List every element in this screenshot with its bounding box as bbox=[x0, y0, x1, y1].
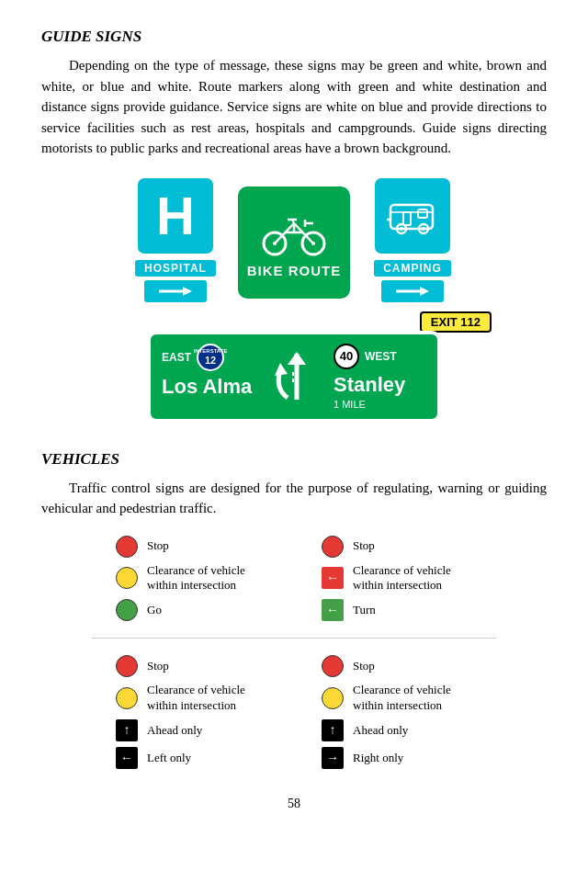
tl-group-4: Stop Clearance of vehicle within interse… bbox=[322, 655, 472, 769]
svg-marker-1 bbox=[183, 287, 192, 296]
red-light-1 bbox=[116, 536, 138, 558]
hospital-arrow bbox=[144, 280, 207, 302]
tl-row-stop-3: Stop bbox=[116, 655, 266, 677]
exit-badge: EXIT 112 bbox=[420, 311, 492, 333]
hospital-box: H bbox=[135, 175, 216, 256]
directional-arrows-icon bbox=[262, 345, 326, 409]
vehicles-body: Traffic control signs are designed for t… bbox=[41, 478, 547, 519]
guide-signs-body: Depending on the type of message, these … bbox=[41, 55, 547, 159]
tl-row-stop-4: Stop bbox=[322, 655, 472, 677]
hospital-sign: H HOSPITAL bbox=[135, 175, 216, 302]
up-arrow-4: ↑ bbox=[322, 719, 344, 741]
tl-row-left-3: ← Left only bbox=[116, 747, 266, 769]
yellow-light-3 bbox=[116, 687, 138, 709]
tl-row-clearance-4: Clearance of vehicle within intersection bbox=[322, 683, 472, 714]
tl-label-left-3: Left only bbox=[147, 751, 191, 766]
svg-point-12 bbox=[273, 242, 277, 245]
yellow-light-4 bbox=[322, 687, 344, 709]
tl-label-ahead-3: Ahead only bbox=[147, 723, 202, 739]
guide-signs-title: GUIDE SIGNS bbox=[41, 28, 547, 46]
dest-right-sub: 1 MILE bbox=[334, 399, 426, 410]
yellow-light-1 bbox=[116, 567, 138, 589]
page-number: 58 bbox=[41, 797, 547, 811]
tl-row-right-4: → Right only bbox=[322, 747, 472, 769]
bike-route-sign: BIKE ROUTE bbox=[234, 183, 354, 302]
tl-label-go-1: Go bbox=[147, 603, 162, 618]
tl-label-stop-3: Stop bbox=[147, 659, 169, 674]
right-arrow-4: → bbox=[322, 747, 344, 769]
up-arrow-3: ↑ bbox=[116, 719, 138, 741]
tl-group-2: Stop ← Clearance of vehicle within inter… bbox=[322, 536, 472, 622]
tl-row-clearance-2: ← Clearance of vehicle within intersecti… bbox=[322, 563, 472, 594]
svg-point-21 bbox=[422, 227, 425, 231]
hw-left-dest: EAST INTERSTATE 12 Los Alma bbox=[162, 344, 254, 410]
tl-row-stop-1: Stop bbox=[116, 536, 266, 558]
hw-right-dest: 40 WEST Stanley 1 MILE bbox=[334, 344, 426, 410]
svg-point-13 bbox=[311, 242, 315, 245]
vehicles-title: VEHICLES bbox=[41, 450, 547, 469]
right-arrow-icon-2 bbox=[394, 284, 431, 299]
tl-row-stop-2: Stop bbox=[322, 536, 472, 558]
hw-arrows bbox=[262, 344, 326, 410]
tl-label-ahead-4: Ahead only bbox=[353, 723, 408, 739]
svg-marker-24 bbox=[420, 287, 429, 296]
tl-label-clearance-1: Clearance of vehicle within intersection bbox=[147, 563, 266, 594]
bicycle-icon bbox=[262, 207, 326, 257]
tl-label-right-4: Right only bbox=[353, 751, 403, 766]
dest-left: Los Alma bbox=[162, 375, 254, 399]
svg-rect-16 bbox=[403, 212, 411, 225]
tl-group-3: Stop Clearance of vehicle within interse… bbox=[116, 655, 266, 769]
svg-rect-15 bbox=[418, 209, 427, 218]
bike-box: BIKE ROUTE bbox=[234, 183, 354, 302]
red-left-arrow: ← bbox=[322, 567, 344, 589]
camping-box bbox=[372, 175, 453, 256]
caravan-icon bbox=[383, 192, 442, 240]
tl-label-stop-4: Stop bbox=[353, 659, 375, 674]
hospital-label: HOSPITAL bbox=[135, 260, 216, 277]
camping-sign: CAMPING bbox=[372, 175, 453, 302]
tl-label-clearance-4: Clearance of vehicle within intersection bbox=[353, 683, 472, 714]
traffic-lights-row1: Stop Clearance of vehicle within interse… bbox=[41, 536, 547, 622]
red-light-2 bbox=[322, 536, 344, 558]
route40-badge: 40 bbox=[334, 344, 359, 369]
tl-label-stop-1: Stop bbox=[147, 538, 169, 554]
green-light-1 bbox=[116, 599, 138, 621]
highway-sign: EAST INTERSTATE 12 Los Alma bbox=[147, 331, 441, 423]
tl-row-clearance-3: Clearance of vehicle within intersection bbox=[116, 683, 266, 714]
guide-signs-section: GUIDE SIGNS Depending on the type of mes… bbox=[41, 28, 547, 423]
red-light-4 bbox=[322, 655, 344, 677]
divider bbox=[92, 638, 496, 639]
interstate-badge: INTERSTATE 12 bbox=[197, 344, 224, 371]
highway-sign-section: EXIT 112 EAST INTERSTATE 12 Los Alma bbox=[41, 311, 547, 423]
camping-label: CAMPING bbox=[374, 260, 451, 277]
west-label: WEST bbox=[365, 350, 397, 363]
camping-arrow bbox=[381, 280, 444, 302]
tl-row-ahead-4: ↑ Ahead only bbox=[322, 719, 472, 741]
left-arrow-3: ← bbox=[116, 747, 138, 769]
tl-label-clearance-2: Clearance of vehicle within intersection bbox=[353, 563, 472, 594]
vehicles-section: VEHICLES Traffic control signs are desig… bbox=[41, 450, 547, 770]
tl-row-go-1: Go bbox=[116, 599, 266, 621]
bike-route-label: BIKE ROUTE bbox=[247, 263, 342, 278]
guide-signs-illustrations: H HOSPITAL bbox=[41, 175, 547, 302]
tl-label-stop-2: Stop bbox=[353, 538, 375, 554]
tl-label-turn-2: Turn bbox=[353, 603, 376, 618]
tl-label-clearance-3: Clearance of vehicle within intersection bbox=[147, 683, 266, 714]
svg-point-20 bbox=[400, 227, 403, 231]
traffic-lights-row2: Stop Clearance of vehicle within interse… bbox=[41, 655, 547, 769]
east-label: EAST bbox=[162, 351, 191, 364]
right-arrow-icon bbox=[157, 284, 194, 299]
tl-row-clearance-1: Clearance of vehicle within intersection bbox=[116, 563, 266, 594]
dest-right: Stanley bbox=[334, 373, 426, 397]
green-left-arrow: ← bbox=[322, 599, 344, 621]
tl-group-1: Stop Clearance of vehicle within interse… bbox=[116, 536, 266, 622]
red-light-3 bbox=[116, 655, 138, 677]
tl-row-turn-2: ← Turn bbox=[322, 599, 472, 621]
tl-row-ahead-3: ↑ Ahead only bbox=[116, 719, 266, 741]
svg-marker-26 bbox=[288, 352, 306, 365]
svg-marker-27 bbox=[275, 363, 288, 376]
